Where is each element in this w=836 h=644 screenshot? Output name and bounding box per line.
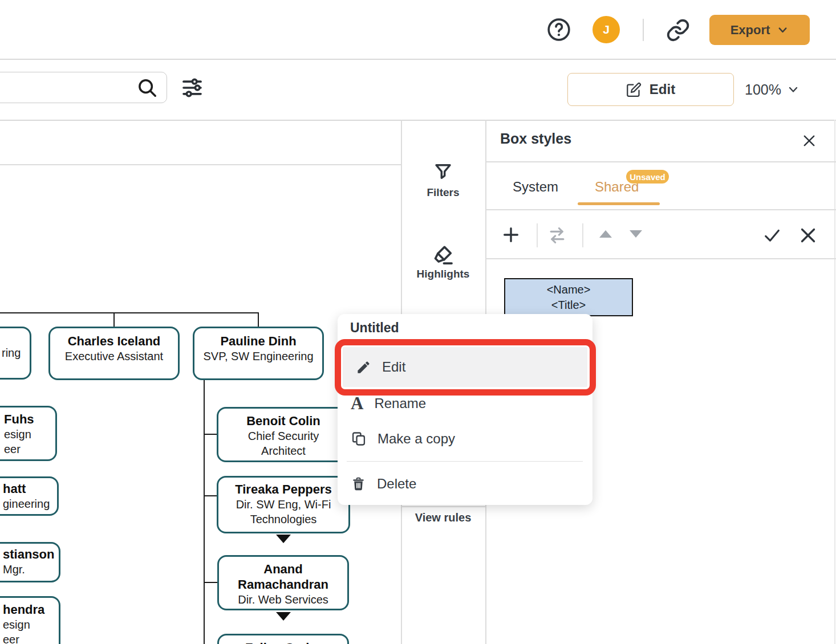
org-box-cut-fuhs[interactable]: Fuhs esign eer — [0, 406, 57, 461]
org-box-tireaka-peppers[interactable]: Tireaka Peppers Dir. SW Eng, Wi-Fi Techn… — [217, 476, 350, 533]
org-box-title: eer — [4, 442, 34, 456]
expand-children-button[interactable] — [276, 535, 291, 543]
connector-line — [258, 312, 259, 328]
org-box-name: Anand Ramachandran — [233, 561, 334, 592]
plus-icon — [501, 225, 521, 244]
highlights-label[interactable]: Highlights — [401, 268, 485, 280]
avatar-initial: J — [603, 23, 610, 36]
menu-title: Untitled — [350, 320, 399, 336]
org-box-title: esign — [3, 617, 44, 632]
org-box-title: gineering — [3, 496, 50, 511]
link-icon — [665, 18, 691, 43]
connector-line — [204, 434, 217, 435]
org-box-felipe[interactable]: Felipe Carbo — [217, 634, 349, 644]
filter-funnel-icon — [433, 161, 453, 182]
confirm-button[interactable] — [762, 226, 782, 245]
active-tab-underline — [578, 202, 660, 205]
swap-arrows-icon — [545, 224, 570, 247]
panel-title: Box styles — [500, 131, 571, 147]
cancel-button[interactable] — [798, 225, 818, 246]
menu-item-label: Delete — [377, 476, 416, 492]
expand-children-button[interactable] — [276, 612, 291, 621]
transfer-style-button[interactable] — [545, 224, 570, 247]
add-style-button[interactable] — [501, 225, 521, 244]
panel-header-border — [485, 161, 836, 162]
style-context-menu: Untitled Edit A Rename Make a copy — [338, 314, 592, 505]
menu-item-rename[interactable]: A Rename — [338, 386, 592, 421]
app-window: J Export — [0, 0, 836, 644]
org-box-charles-iceland[interactable]: Charles Iceland Executive Assistant — [48, 327, 180, 380]
zoom-level: 100% — [745, 81, 781, 98]
toolbar-border — [0, 120, 836, 121]
export-button[interactable]: Export — [709, 15, 810, 45]
menu-item-delete[interactable]: Delete — [338, 466, 592, 502]
panel-toolbar-divider — [537, 223, 538, 247]
close-icon — [798, 225, 818, 246]
connector-line — [0, 312, 259, 313]
edit-mode-label: Edit — [650, 81, 675, 97]
org-box-name: Tireaka Peppers — [225, 482, 342, 497]
connector-line — [204, 379, 205, 644]
org-box-name: Felipe Carbo — [219, 640, 347, 644]
org-box-title: esign — [4, 427, 34, 442]
style-preview-box[interactable]: <Name> <Title> — [504, 278, 633, 316]
org-box-name: hendra — [3, 602, 44, 617]
org-box-name: Fuhs — [4, 411, 34, 427]
menu-item-edit[interactable]: Edit — [343, 347, 587, 387]
connector-line — [204, 582, 217, 583]
connector-line — [204, 495, 217, 496]
export-label: Export — [731, 23, 770, 38]
topbar-divider — [643, 19, 644, 41]
panel-close-button[interactable] — [801, 132, 818, 149]
pencil-icon — [356, 360, 371, 375]
org-box-benoit-colin[interactable]: Benoit Colin Chief Security Architect — [217, 407, 350, 462]
org-box-cut-hendra[interactable]: hendra esign eer — [0, 596, 60, 644]
highlighter-icon — [431, 243, 455, 267]
org-box-title: Dir. SW Eng, Wi-Fi Technologies — [225, 497, 342, 527]
check-icon — [762, 226, 782, 245]
org-box-title: ring — [2, 345, 21, 360]
search-icon[interactable] — [136, 76, 159, 99]
unsaved-badge: Unsaved — [626, 170, 669, 184]
avatar[interactable]: J — [592, 16, 620, 43]
view-rules-button[interactable]: View rules — [401, 511, 485, 524]
panel-toolbar-divider — [582, 223, 583, 247]
filters-button[interactable] — [433, 161, 453, 182]
highlights-button[interactable] — [431, 243, 455, 267]
zoom-control[interactable]: 100% — [745, 79, 800, 100]
org-box-title: Executive Assistant — [50, 349, 178, 364]
menu-item-make-a-copy[interactable]: Make a copy — [338, 421, 592, 456]
org-box-title: Mgr. — [3, 562, 54, 577]
tab-system[interactable]: System — [513, 179, 558, 195]
org-box-cut-stianson[interactable]: stianson Mgr. — [0, 542, 60, 582]
strip-divider — [401, 506, 485, 507]
preview-name-placeholder: <Name> — [505, 282, 632, 297]
org-box-anand-ramachandran[interactable]: Anand Ramachandran Dir. Web Services — [217, 555, 349, 610]
preview-title-placeholder: <Title> — [505, 297, 632, 313]
org-box-cut-hatt[interactable]: hatt gineering — [0, 476, 59, 516]
org-box-cut-left[interactable]: ring — [0, 327, 31, 380]
chevron-down-icon — [787, 83, 800, 96]
org-box-name: Charles Iceland — [50, 333, 178, 349]
menu-item-label: Rename — [374, 396, 426, 411]
copy-icon — [351, 431, 367, 447]
filters-label[interactable]: Filters — [401, 186, 485, 199]
search-filter-button[interactable] — [180, 76, 204, 100]
menu-item-label: Make a copy — [378, 431, 455, 447]
share-link-button[interactable] — [665, 17, 691, 43]
connector-line — [113, 312, 115, 328]
edit-mode-button[interactable]: Edit — [567, 73, 734, 106]
chevron-down-icon — [777, 24, 789, 36]
panel-toolbar-border — [485, 258, 836, 259]
right-edge-border — [834, 120, 835, 644]
org-box-name: Benoit Colin — [226, 413, 340, 429]
menu-divider — [347, 461, 583, 462]
trash-icon — [351, 476, 366, 492]
help-button[interactable] — [546, 17, 572, 43]
move-up-button[interactable] — [599, 230, 612, 238]
org-box-name: hatt — [3, 481, 50, 496]
canvas-top-border — [0, 164, 401, 165]
org-box-title: Chief Security Architect — [226, 429, 340, 458]
move-down-button[interactable] — [630, 230, 642, 238]
org-box-pauline-dinh[interactable]: Pauline Dinh SVP, SW Engineering — [193, 327, 324, 380]
